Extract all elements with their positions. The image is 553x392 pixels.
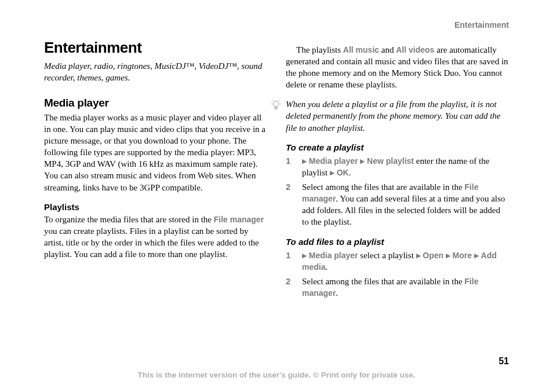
- arrow-icon: ▶: [446, 252, 450, 259]
- add-step-2: Select among the files that are availabl…: [286, 276, 509, 299]
- lightbulb-icon: [271, 100, 281, 111]
- chapter-subtitle: Media player, radio, ringtones, MusicDJ™…: [44, 60, 267, 84]
- right-column: The playlists All music and All videos a…: [286, 44, 509, 301]
- nav-media-player: Media player: [309, 156, 358, 166]
- page-number: 51: [499, 356, 509, 368]
- nav-new-playlist: New playlist: [367, 156, 414, 166]
- create-step-2: Select among the files that are availabl…: [286, 181, 509, 228]
- tip-text: When you delete a playlist or a file fro…: [286, 98, 509, 133]
- all-music-label: All music: [343, 45, 379, 54]
- media-player-heading: Media player: [44, 96, 267, 111]
- nav-media-player: Media player: [309, 251, 358, 260]
- playlists-auto-body: The playlists All music and All videos a…: [286, 44, 509, 90]
- add-files-steps: ▶ Media player select a playlist ▶ Open …: [286, 250, 509, 299]
- nav-open: Open: [423, 251, 443, 260]
- playlists-body-part1: To organize the media files that are sto…: [44, 215, 214, 224]
- playlists-body: To organize the media files that are sto…: [44, 214, 267, 260]
- arrow-icon: ▶: [360, 157, 365, 164]
- create-step2-a: Select among the files that are availabl…: [302, 182, 464, 192]
- nav-more: More: [453, 251, 472, 260]
- left-column: Entertainment Media player, radio, ringt…: [44, 38, 267, 301]
- tip-block: When you delete a playlist or a file fro…: [271, 98, 509, 133]
- all-videos-label: All videos: [396, 45, 434, 54]
- add-step-1: ▶ Media player select a playlist ▶ Open …: [286, 250, 509, 273]
- add-files-heading: To add files to a playlist: [286, 236, 509, 248]
- file-manager-label: File manager: [214, 215, 264, 224]
- arrow-icon: ▶: [330, 169, 334, 176]
- arrow-icon: ▶: [474, 252, 479, 259]
- arrow-icon: ▶: [416, 252, 421, 259]
- media-player-body: The media player works as a music player…: [44, 112, 267, 193]
- footer-notice: This is the Internet version of the user…: [0, 370, 553, 380]
- svg-point-0: [273, 101, 279, 107]
- svg-line-1: [272, 100, 273, 101]
- add-step1-mid: select a playlist: [358, 251, 416, 260]
- content-columns: Entertainment Media player, radio, ringt…: [44, 38, 509, 301]
- playlists-body-part2: you can create playlists. Files in a pla…: [44, 226, 259, 259]
- chapter-title: Entertainment: [44, 38, 267, 58]
- playlists-auto-1: The playlists: [296, 45, 343, 54]
- create-playlist-heading: To create a playlist: [286, 142, 509, 153]
- header-section-label: Entertainment: [454, 20, 509, 30]
- playlists-heading: Playlists: [44, 202, 267, 213]
- arrow-icon: ▶: [302, 252, 307, 259]
- create-playlist-steps: ▶ Media player ▶ New playlist enter the …: [286, 155, 509, 228]
- playlists-auto-2: and: [379, 45, 396, 54]
- create-step-1: ▶ Media player ▶ New playlist enter the …: [286, 155, 509, 179]
- svg-line-2: [279, 100, 280, 101]
- add-step2-a: Select among the files that are availabl…: [302, 277, 464, 286]
- nav-ok: OK: [337, 168, 349, 177]
- arrow-icon: ▶: [302, 157, 307, 164]
